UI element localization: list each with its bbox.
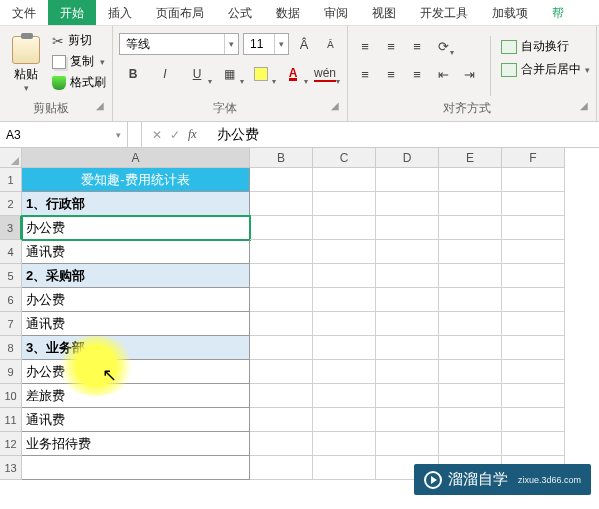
merge-center-button[interactable]: 合并后居中 ▾ xyxy=(501,61,590,78)
dialog-launcher-icon[interactable]: ◢ xyxy=(580,100,588,111)
font-color-button[interactable]: A▾ xyxy=(279,63,307,85)
cell[interactable] xyxy=(313,264,376,288)
cancel-icon[interactable]: ✕ xyxy=(152,128,162,142)
cell[interactable] xyxy=(502,336,565,360)
cell[interactable] xyxy=(439,408,502,432)
row-header[interactable]: 11 xyxy=(0,408,22,432)
cell[interactable] xyxy=(439,264,502,288)
name-box-input[interactable] xyxy=(6,128,116,142)
column-header[interactable]: E xyxy=(439,148,502,168)
cell[interactable] xyxy=(376,216,439,240)
cell[interactable] xyxy=(250,456,313,480)
bold-button[interactable]: B xyxy=(119,63,147,85)
cell[interactable] xyxy=(376,288,439,312)
row-header[interactable]: 2 xyxy=(0,192,22,216)
cell[interactable] xyxy=(502,168,565,192)
cell[interactable] xyxy=(439,192,502,216)
menu-dev[interactable]: 开发工具 xyxy=(408,0,480,25)
fill-color-button[interactable]: ▾ xyxy=(247,63,275,85)
cell[interactable] xyxy=(313,408,376,432)
increase-font-button[interactable]: Â xyxy=(293,33,315,55)
row-header[interactable]: 10 xyxy=(0,384,22,408)
font-size-combo[interactable]: 11 ▾ xyxy=(243,33,289,55)
row-header[interactable]: 9 xyxy=(0,360,22,384)
cell[interactable] xyxy=(250,336,313,360)
cell[interactable] xyxy=(376,384,439,408)
format-painter-button[interactable]: 格式刷 xyxy=(52,74,106,91)
cell[interactable] xyxy=(502,216,565,240)
cell[interactable] xyxy=(502,360,565,384)
cell[interactable] xyxy=(439,360,502,384)
cell[interactable] xyxy=(439,168,502,192)
cell[interactable] xyxy=(502,192,565,216)
cell[interactable] xyxy=(502,240,565,264)
cell[interactable] xyxy=(376,432,439,456)
cell[interactable] xyxy=(502,432,565,456)
column-header[interactable]: A xyxy=(22,148,250,168)
align-bottom-button[interactable]: ≡ xyxy=(406,35,428,57)
cell[interactable] xyxy=(439,312,502,336)
cell[interactable] xyxy=(502,408,565,432)
cell[interactable] xyxy=(439,240,502,264)
cell[interactable] xyxy=(313,240,376,264)
column-header[interactable]: D xyxy=(376,148,439,168)
cell[interactable] xyxy=(250,288,313,312)
border-button[interactable]: ▦▾ xyxy=(215,63,243,85)
select-all-button[interactable] xyxy=(0,148,22,168)
cell[interactable] xyxy=(313,432,376,456)
cell[interactable]: 差旅费 xyxy=(22,384,250,408)
cell[interactable] xyxy=(502,264,565,288)
cell[interactable] xyxy=(502,312,565,336)
chevron-down-icon[interactable]: ▾ xyxy=(224,34,238,54)
cell[interactable]: 办公费 xyxy=(22,288,250,312)
cell[interactable] xyxy=(313,384,376,408)
row-header[interactable]: 3 xyxy=(0,216,22,240)
font-name-combo[interactable]: 等线 ▾ xyxy=(119,33,239,55)
cell[interactable] xyxy=(439,336,502,360)
row-header[interactable]: 6 xyxy=(0,288,22,312)
cell[interactable]: 办公费 xyxy=(22,216,250,240)
cell[interactable] xyxy=(376,408,439,432)
chevron-down-icon[interactable]: ▾ xyxy=(116,130,121,140)
cell[interactable] xyxy=(376,240,439,264)
cell[interactable] xyxy=(502,288,565,312)
cell[interactable] xyxy=(250,408,313,432)
cell[interactable] xyxy=(250,312,313,336)
name-box[interactable]: ▾ xyxy=(0,122,128,147)
menu-view[interactable]: 视图 xyxy=(360,0,408,25)
menu-insert[interactable]: 插入 xyxy=(96,0,144,25)
menu-help[interactable]: 帮 xyxy=(540,0,576,25)
menu-review[interactable]: 审阅 xyxy=(312,0,360,25)
menu-layout[interactable]: 页面布局 xyxy=(144,0,216,25)
cell[interactable] xyxy=(439,432,502,456)
cell[interactable] xyxy=(439,216,502,240)
row-header[interactable]: 8 xyxy=(0,336,22,360)
cell[interactable]: 通讯费 xyxy=(22,312,250,336)
cell[interactable] xyxy=(250,216,313,240)
cell[interactable] xyxy=(313,288,376,312)
column-header[interactable]: C xyxy=(313,148,376,168)
cell[interactable] xyxy=(313,336,376,360)
cell[interactable] xyxy=(313,216,376,240)
dialog-launcher-icon[interactable]: ◢ xyxy=(96,100,104,111)
cell[interactable] xyxy=(502,384,565,408)
cell[interactable]: 业务招待费 xyxy=(22,432,250,456)
cell[interactable] xyxy=(439,288,502,312)
cell[interactable] xyxy=(313,360,376,384)
cut-button[interactable]: ✂ 剪切 xyxy=(52,32,106,49)
cell[interactable] xyxy=(250,192,313,216)
row-header[interactable]: 13 xyxy=(0,456,22,480)
cell[interactable] xyxy=(313,192,376,216)
cell[interactable] xyxy=(250,360,313,384)
menu-data[interactable]: 数据 xyxy=(264,0,312,25)
row-header[interactable]: 5 xyxy=(0,264,22,288)
confirm-icon[interactable]: ✓ xyxy=(170,128,180,142)
chevron-down-icon[interactable]: ▾ xyxy=(274,34,288,54)
cell[interactable] xyxy=(376,360,439,384)
align-middle-button[interactable]: ≡ xyxy=(380,35,402,57)
cell[interactable] xyxy=(376,168,439,192)
underline-button[interactable]: U▾ xyxy=(183,63,211,85)
cell[interactable]: 爱知趣-费用统计表 xyxy=(22,168,250,192)
wrap-text-button[interactable]: 自动换行 xyxy=(501,38,590,55)
cell[interactable]: 3、业务部 xyxy=(22,336,250,360)
